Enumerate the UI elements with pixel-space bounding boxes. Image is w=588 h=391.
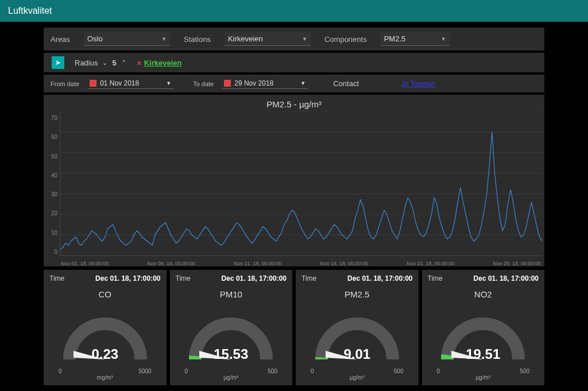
chevron-down-icon[interactable]: ⌄ xyxy=(102,60,107,65)
gauge-time-value: Dec 01. 18, 17:00:00 xyxy=(95,274,160,282)
gauge-max: 500 xyxy=(520,368,529,374)
component-label: Components xyxy=(324,35,367,44)
gauge-time-label: Time xyxy=(176,274,191,282)
chevron-down-icon: ▼ xyxy=(166,80,171,86)
filter-bar: Areas Oslo ▼ Stations Kirkeveien ▼ Compo… xyxy=(44,28,544,51)
gauge-value: 9.01 xyxy=(303,346,412,362)
app-title: Luftkvalitet xyxy=(8,6,52,16)
from-date-input[interactable]: 01 Nov 2018 ▼ xyxy=(87,78,173,89)
calendar-icon xyxy=(90,80,96,87)
chevron-down-icon: ▼ xyxy=(161,36,167,42)
from-date-label: From date xyxy=(51,80,79,87)
gauge-min: 0 xyxy=(311,368,314,374)
gauge-value: 19.51 xyxy=(428,346,537,362)
radius-label: Radius xyxy=(75,59,98,67)
gauge-value: 0.23 xyxy=(51,346,160,362)
gauge-name: PM2.5 xyxy=(301,289,413,299)
gauge-card-no2: Time Dec 01. 18, 17:00:00 NO2 19.51 0 50… xyxy=(422,270,545,385)
chevron-down-icon: ▼ xyxy=(300,80,305,86)
to-date-label: To date xyxy=(193,80,214,87)
gauge-min: 0 xyxy=(437,368,440,374)
area-label: Areas xyxy=(51,35,70,44)
gauge-card-co: Time Dec 01. 18, 17:00:00 CO 0.23 0 5000… xyxy=(44,270,167,385)
station-label: Stations xyxy=(184,35,211,44)
contact-label: Contact xyxy=(333,79,359,88)
gauge-value: 15.53 xyxy=(176,346,285,362)
calendar-icon xyxy=(224,80,231,87)
radius-value: 5 xyxy=(112,59,116,67)
gauge-card-pm2.5: Time Dec 01. 18, 17:00:00 PM2.5 9.01 0 5… xyxy=(296,270,419,385)
radius-stepper[interactable]: ⌄ xyxy=(102,60,107,65)
gauge-time-value: Dec 01. 18, 17:00:00 xyxy=(222,274,287,282)
gauge-max: 5000 xyxy=(138,368,151,374)
gauge-name: PM10 xyxy=(176,289,287,299)
gauge-time-label: Time xyxy=(428,274,443,282)
component-value: PM2.5 xyxy=(384,34,406,43)
gauge-max: 500 xyxy=(268,368,277,374)
station-value: Kirkeveien xyxy=(228,34,263,43)
chart-area: 706050403020100 Nov 01. 18, 00:00:00Nov … xyxy=(46,111,542,266)
area-select[interactable]: Oslo ▼ xyxy=(84,32,170,46)
gauge-name: NO2 xyxy=(428,289,539,299)
gauge-min: 0 xyxy=(185,368,188,374)
chevron-up-icon[interactable]: ⌃ xyxy=(121,60,126,65)
to-date-value: 29 Nov 2018 xyxy=(234,79,273,87)
gauge-min: 0 xyxy=(59,368,62,374)
gauge-name: CO xyxy=(49,289,161,299)
gauge-unit: µg/m³ xyxy=(176,374,287,381)
gauge-card-pm10: Time Dec 01. 18, 17:00:00 PM10 15.53 0 5… xyxy=(170,270,293,385)
gauge-time-label: Time xyxy=(301,274,316,282)
gauge-time-value: Dec 01. 18, 17:00:00 xyxy=(474,274,539,282)
x-axis-labels: Nov 01. 18, 00:00:00Nov 06. 18, 00:00:00… xyxy=(60,261,542,266)
chevron-down-icon: ▼ xyxy=(302,36,307,42)
chevron-down-icon: ▼ xyxy=(441,36,446,42)
chart-series xyxy=(60,132,542,249)
chart-plot[interactable] xyxy=(60,111,542,256)
from-date-value: 01 Nov 2018 xyxy=(100,79,139,87)
station-link[interactable]: Kirkeveien xyxy=(137,59,182,67)
navigate-icon[interactable]: ➤ xyxy=(52,56,64,69)
area-value: Oslo xyxy=(87,34,103,43)
radius-row: ➤ Radius ⌄ 5 ⌃ Kirkeveien xyxy=(44,53,544,72)
to-date-input[interactable]: 29 Nov 2018 ▼ xyxy=(222,78,308,89)
gauge-row: Time Dec 01. 18, 17:00:00 CO 0.23 0 5000… xyxy=(44,270,544,385)
station-select[interactable]: Kirkeveien ▼ xyxy=(225,32,311,46)
gauge-max: 500 xyxy=(394,368,404,374)
gauge-time-label: Time xyxy=(49,274,64,282)
component-select[interactable]: PM2.5 ▼ xyxy=(381,32,450,46)
contact-link[interactable]: Jo Torsmyr xyxy=(401,80,435,88)
y-axis-labels: 706050403020100 xyxy=(46,111,60,266)
radius-stepper-up[interactable]: ⌃ xyxy=(121,60,126,65)
gauge-unit: µg/m³ xyxy=(301,374,413,381)
gauge-unit: mg/m³ xyxy=(49,374,161,381)
app-header: Luftkvalitet xyxy=(0,0,588,22)
chart-title: PM2.5 - µg/m³ xyxy=(46,97,542,111)
gauge-unit: µg/m³ xyxy=(428,374,539,381)
chart-panel: PM2.5 - µg/m³ 706050403020100 Nov 01. 18… xyxy=(44,95,544,266)
date-row: From date 01 Nov 2018 ▼ To date 29 Nov 2… xyxy=(44,75,544,92)
gauge-time-value: Dec 01. 18, 17:00:00 xyxy=(347,274,412,282)
